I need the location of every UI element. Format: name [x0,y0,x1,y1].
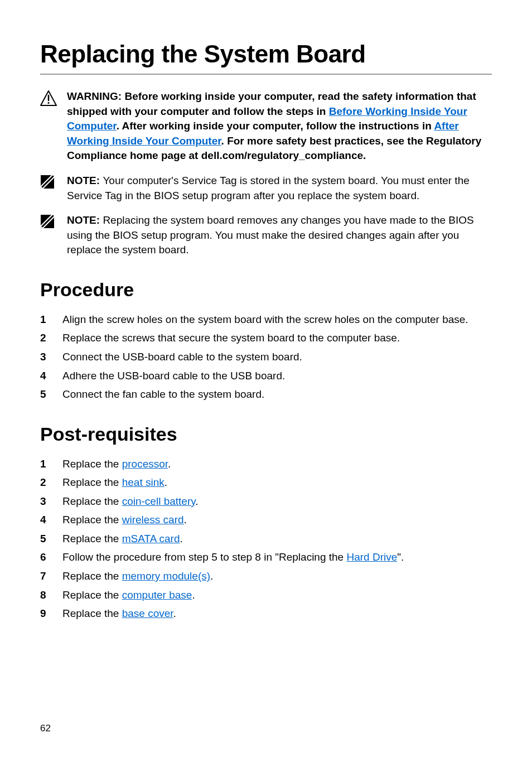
procedure-list: Align the screw holes on the system boar… [40,312,492,402]
note-icon [40,213,67,229]
procedure-heading: Procedure [40,279,492,301]
note-icon [40,173,67,189]
warning-text: WARNING: Before working inside your comp… [67,89,492,163]
list-item: Replace the coin-cell battery. [40,494,492,509]
link-hard-drive[interactable]: Hard Drive [346,551,397,563]
list-item: Replace the wireless card. [40,512,492,528]
svg-point-2 [47,102,49,104]
list-item: Replace the memory module(s). [40,568,492,584]
link-processor[interactable]: processor [122,458,168,470]
note-callout-2: NOTE: Replacing the system board removes… [40,213,492,258]
list-item: Replace the processor. [40,456,492,472]
list-item: Replace the mSATA card. [40,531,492,547]
list-item: Follow the procedure from step 5 to step… [40,549,492,565]
link-computer-base[interactable]: computer base [122,589,192,601]
list-item: Align the screw holes on the system boar… [40,312,492,327]
link-coin-cell[interactable]: coin-cell battery [122,495,196,507]
page-number: 62 [40,723,51,734]
list-item: Replace the heat sink. [40,475,492,490]
postreq-list: Replace the processor. Replace the heat … [40,456,492,621]
list-item: Connect the fan cable to the system boar… [40,387,492,402]
list-item: Replace the base cover. [40,606,492,621]
link-wireless-card[interactable]: wireless card [122,514,184,525]
list-item: Replace the screws that secure the syste… [40,330,492,346]
note-text-2: NOTE: Replacing the system board removes… [67,213,492,258]
link-base-cover[interactable]: base cover [122,607,173,619]
note-text-1: NOTE: Your computer's Service Tag is sto… [67,173,492,203]
link-memory-modules[interactable]: memory module(s) [122,570,210,582]
postreq-heading: Post-requisites [40,423,492,445]
list-item: Replace the computer base. [40,587,492,603]
link-heat-sink[interactable]: heat sink [122,476,165,488]
warning-callout: WARNING: Before working inside your comp… [40,89,492,163]
link-msata-card[interactable]: mSATA card [122,533,180,544]
list-item: Connect the USB-board cable to the syste… [40,349,492,365]
note-callout-1: NOTE: Your computer's Service Tag is sto… [40,173,492,203]
page-title: Replacing the System Board [40,40,492,75]
list-item: Adhere the USB-board cable to the USB bo… [40,368,492,384]
warning-icon [40,89,67,106]
